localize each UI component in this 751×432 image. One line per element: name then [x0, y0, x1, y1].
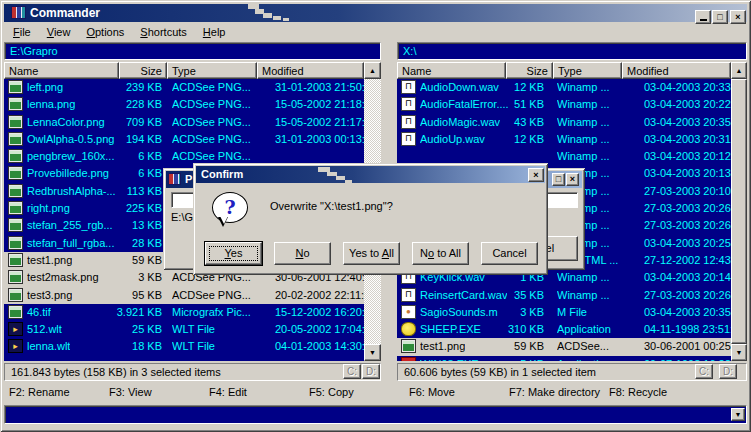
menu-file[interactable]: File [5, 23, 39, 40]
menu-options[interactable]: Options [78, 23, 132, 40]
drag-artifact [273, 16, 281, 20]
command-line-field[interactable]: ▼ [4, 405, 747, 424]
confirm-no-to-all-button[interactable]: No to All [412, 242, 469, 265]
cell-size: 28 KB [62, 235, 162, 252]
left-column-type[interactable]: Type [167, 62, 257, 79]
confirm-yes-to-all-button[interactable]: Yes to All [343, 242, 400, 265]
cell-type: ACDSee PNG... [172, 287, 251, 304]
cell-mod: 03-04-2003 20:22:28 [644, 96, 731, 113]
command-history-dropdown-button[interactable]: ▼ [731, 408, 745, 421]
cell-size: 35 KB [447, 287, 544, 304]
menu-help[interactable]: Help [195, 23, 234, 40]
cell-size: 6 KB [62, 165, 162, 182]
right-column-size[interactable]: Size [506, 62, 553, 79]
confirm-close-button[interactable]: × [528, 168, 544, 182]
file-row[interactable]: ▸lenna.wlt18 KBWLT File04-01-2003 14:30:… [4, 338, 364, 355]
right-column-type[interactable]: Type [553, 62, 622, 79]
file-row[interactable]: ⊓AudioMagic.wav43 KBWinamp ...03-04-2003… [397, 114, 731, 131]
file-row[interactable]: test1.png59 KBACDSee...30-06-2001 00:25:… [397, 338, 731, 355]
cell-mod: 15-12-2002 16:20:42 [275, 304, 364, 321]
maximize-button[interactable]: □ [712, 10, 728, 24]
img-file-icon [8, 80, 23, 94]
cell-type: ACDSee PNG... [172, 96, 251, 113]
file-row[interactable]: ⊓AudioFatalError....51 KBWinamp ...03-04… [397, 96, 731, 113]
img-file-icon [8, 97, 23, 111]
progress-dialog-icon [168, 173, 181, 185]
left-drive-d-button[interactable]: D: [362, 364, 380, 379]
file-row[interactable]: test3.png95 KBACDSee PNG...20-02-2002 22… [4, 287, 364, 304]
fkey-f6[interactable]: F6: Move [409, 382, 455, 403]
wav-file-icon: ⊓ [401, 97, 416, 111]
cell-name: 512.wlt [27, 321, 62, 338]
cell-mod: 15-05-2002 21:18:00 [275, 96, 364, 113]
right-drive-d-button[interactable]: D: [719, 364, 737, 379]
cell-type: Winamp ... [557, 269, 610, 286]
img-file-icon [8, 149, 23, 163]
file-row[interactable]: ▸512.wlt25 KBWLT File20-05-2002 17:04:38 [4, 321, 364, 338]
cell-size: 5 KB [447, 356, 544, 361]
right-scroll-down-button[interactable]: ▼ [731, 344, 747, 361]
cell-size: 113 KB [62, 183, 162, 200]
file-row[interactable]: ●SagioSounds.m3 KBM File03-04-2003 20:35… [397, 304, 731, 321]
menu-shortcuts[interactable]: Shortcuts [132, 23, 194, 40]
file-row[interactable]: WIN98.EXE5 KBApplication09-07-1998 16:22… [397, 356, 731, 361]
cell-mod: 15-05-2002 21:17:14 [275, 114, 364, 131]
cell-size: 12 KB [447, 79, 544, 96]
cell-mod: 27-03-2003 20:26:48 [644, 287, 731, 304]
cell-mod: 27-03-2003 20:10:42 [644, 183, 731, 200]
file-row[interactable]: SHEEP.EXE310 KBApplication04-11-1998 23:… [397, 321, 731, 338]
cell-mod: 04-01-2003 14:30:48 [275, 338, 364, 355]
cell-size: 59 KB [447, 338, 544, 355]
left-status-bar: 161.843 bytes (158 KB) in 3 selected ite… [4, 363, 381, 381]
wav-file-icon: ⊓ [401, 115, 416, 129]
file-row[interactable]: LennaColor.png709 KBACDSee PNG...15-05-2… [4, 114, 364, 131]
confirm-no-button[interactable]: No [274, 242, 331, 265]
file-row[interactable]: lenna.png228 KBACDSee PNG...15-05-2002 2… [4, 96, 364, 113]
right-scroll-up-button[interactable]: ▲ [731, 62, 747, 79]
file-row[interactable]: ⊓ReinsertCard.wav35 KBWinamp ...27-03-20… [397, 287, 731, 304]
file-row[interactable]: OwlAlpha-0.5.png194 KBACDSee PNG...31-01… [4, 131, 364, 148]
img-file-icon [8, 288, 23, 302]
menu-bar: FileViewOptionsShortcutsHelp [4, 23, 747, 41]
left-column-modified[interactable]: Modified [257, 62, 364, 79]
close-button[interactable]: × [730, 10, 746, 24]
cell-mod: 03-04-2003 20:31:56 [644, 131, 731, 148]
fkey-f8[interactable]: F8: Recycle [609, 382, 667, 403]
cell-mod: 03-04-2003 20:25:52 [644, 235, 731, 252]
file-row[interactable]: ⊓AudioUp.wav12 KBWinamp ...03-04-2003 20… [397, 131, 731, 148]
cell-mod: 09-07-1998 16:22:00 [644, 356, 731, 361]
fkey-f7[interactable]: F7: Make directory [509, 382, 600, 403]
cell-mod: 31-01-2003 00:13:56 [275, 131, 364, 148]
confirm-dialog-title-bar: Confirm × [196, 166, 545, 183]
fkey-f2[interactable]: F2: Rename [9, 382, 70, 403]
right-column-modified[interactable]: Modified [622, 62, 731, 79]
file-row[interactable]: left.png239 KBACDSee PNG...31-01-2003 21… [4, 79, 364, 96]
file-row[interactable]: ⊓AudioDown.wav12 KBWinamp ...03-04-2003 … [397, 79, 731, 96]
minimize-button[interactable] [695, 10, 711, 24]
fkey-f3[interactable]: F3: View [109, 382, 152, 403]
cell-mod: 03-04-2003 20:13:22 [644, 165, 731, 182]
progress-close-button[interactable]: × [566, 173, 579, 186]
menu-view[interactable]: View [39, 23, 79, 40]
progress-maximize-button[interactable]: □ [552, 173, 565, 186]
left-path: E:\Grapro [10, 45, 58, 57]
left-scroll-down-button[interactable]: ▼ [364, 344, 381, 361]
left-column-name[interactable]: Name [4, 62, 119, 79]
cell-type: Application [557, 356, 611, 361]
right-scrollbar-thumb[interactable] [731, 79, 747, 344]
right-column-name[interactable]: Name [397, 62, 506, 79]
confirm-yes-button[interactable]: Yes [205, 242, 262, 265]
right-path: X:\ [403, 45, 416, 57]
img-file-icon [8, 305, 23, 319]
fkey-f5[interactable]: F5: Copy [309, 382, 354, 403]
cell-type: Winamp ... [557, 96, 610, 113]
confirm-cancel-button[interactable]: Cancel [481, 242, 538, 265]
left-scroll-up-button[interactable]: ▲ [364, 62, 381, 79]
file-row[interactable]: 46.tif3.921 KBMicrografx Pic...15-12-200… [4, 304, 364, 321]
cell-type: M File [557, 304, 587, 321]
fkey-f4[interactable]: F4: Edit [209, 382, 247, 403]
cell-mod: 27-03-2003 20:26:48 [644, 200, 731, 217]
left-column-size[interactable]: Size [119, 62, 167, 79]
left-drive-c-button[interactable]: C: [343, 364, 361, 379]
right-drive-c-button[interactable]: C: [695, 364, 713, 379]
